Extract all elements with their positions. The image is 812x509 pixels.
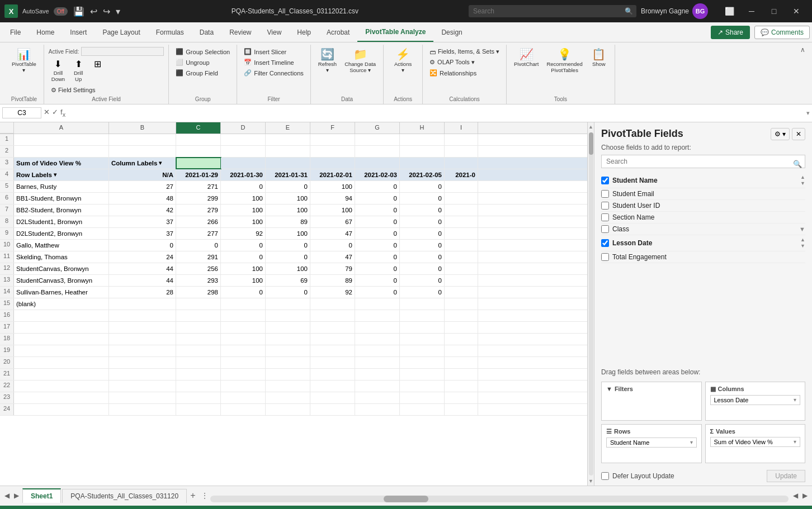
- cell-H1[interactable]: [400, 134, 445, 145]
- cell-A4[interactable]: Row Labels ▾: [14, 169, 109, 180]
- row-num-2[interactable]: 2: [0, 146, 14, 157]
- cell-I10[interactable]: [445, 240, 478, 251]
- cell-E5[interactable]: 0: [266, 181, 310, 192]
- olap-tools-btn[interactable]: ⚙ OLAP Tools ▾: [427, 58, 477, 67]
- cell-B4[interactable]: N/A: [109, 169, 176, 180]
- cell-F3[interactable]: [310, 158, 355, 169]
- cell-H7[interactable]: 0: [400, 204, 445, 216]
- expand-field-btn[interactable]: ⊞: [89, 58, 106, 84]
- cell-C7[interactable]: 279: [176, 204, 221, 216]
- formula-expand-icon[interactable]: ▾: [806, 110, 810, 117]
- cell-F9[interactable]: 47: [310, 228, 355, 239]
- tab-design[interactable]: Design: [433, 22, 470, 42]
- col-header-G[interactable]: G: [355, 122, 400, 134]
- cell-G3[interactable]: [355, 158, 400, 169]
- cell-B9[interactable]: 37: [109, 228, 176, 239]
- filter-connections-btn[interactable]: 🔗 Filter Connections: [242, 68, 306, 78]
- close-btn[interactable]: ✕: [785, 3, 808, 19]
- cell-A7[interactable]: BB2-Student, Bronwyn: [14, 204, 109, 216]
- row-num-10[interactable]: 10: [0, 240, 14, 251]
- cell-F13[interactable]: 89: [310, 275, 355, 286]
- cell-E10[interactable]: 0: [266, 240, 310, 251]
- cell-D10[interactable]: 0: [221, 240, 266, 251]
- cell-C11[interactable]: 291: [176, 251, 221, 263]
- pivot-search-input[interactable]: [601, 155, 805, 168]
- row-num-1[interactable]: 1: [0, 134, 14, 145]
- cell-G13[interactable]: 0: [355, 275, 400, 286]
- col-header-C[interactable]: C: [176, 122, 221, 134]
- cell-H3[interactable]: [400, 158, 445, 169]
- cell-C9[interactable]: 277: [176, 228, 221, 239]
- cell-F2[interactable]: [310, 146, 355, 157]
- cell-C5[interactable]: 271: [176, 181, 221, 192]
- pivot-area-filters[interactable]: ▼ Filters: [601, 382, 702, 421]
- cell-C14[interactable]: 298: [176, 287, 221, 298]
- row-num-5[interactable]: 5: [0, 181, 14, 192]
- tab-help[interactable]: Help: [289, 22, 319, 42]
- rows-field-dropdown[interactable]: ▾: [690, 439, 693, 445]
- scroll-up-btn[interactable]: ▲: [588, 122, 593, 131]
- cell-C15[interactable]: [176, 298, 221, 310]
- cell-G4[interactable]: 2021-02-03: [355, 169, 400, 180]
- cell-B14[interactable]: 28: [109, 287, 176, 298]
- cell-G14[interactable]: 0: [355, 287, 400, 298]
- refresh-btn[interactable]: 🔄 Refresh▾: [315, 47, 339, 75]
- cell-D8[interactable]: 100: [221, 216, 266, 227]
- cell-A8[interactable]: D2LStudent1, Bronwyn: [14, 216, 109, 227]
- row-num-14[interactable]: 14: [0, 287, 14, 298]
- customize-icon[interactable]: ▾: [115, 5, 121, 18]
- drill-down-btn[interactable]: ⬇ DrillDown: [49, 58, 68, 84]
- pivot-area-rows[interactable]: ☰ Rows Student Name ▾: [601, 424, 702, 463]
- pivotchart-btn[interactable]: 📈 PivotChart: [511, 47, 541, 69]
- cell-H15[interactable]: [400, 298, 445, 310]
- cell-I15[interactable]: [445, 298, 478, 310]
- cancel-formula-icon[interactable]: ✕: [44, 108, 50, 118]
- field-settings-btn[interactable]: ⚙ Field Settings: [49, 85, 98, 95]
- field-check-section-name[interactable]: [601, 213, 609, 221]
- cell-I11[interactable]: [445, 251, 478, 263]
- cell-D13[interactable]: 100: [221, 275, 266, 286]
- save-icon[interactable]: 💾: [72, 5, 86, 18]
- tab-review[interactable]: Review: [221, 22, 259, 42]
- cell-H2[interactable]: [400, 146, 445, 157]
- cell-F8[interactable]: 67: [310, 216, 355, 227]
- scroll-down-btn[interactable]: ▼: [588, 477, 593, 486]
- v-scroll-thumb[interactable]: [589, 132, 593, 155]
- cell-D3[interactable]: [221, 158, 266, 169]
- tab-nav-next-btn[interactable]: ▶: [12, 491, 21, 501]
- cell-C13[interactable]: 293: [176, 275, 221, 286]
- cell-D9[interactable]: 92: [221, 228, 266, 239]
- row-num-12[interactable]: 12: [0, 263, 14, 274]
- pivot-area-columns[interactable]: ▦ Columns Lesson Date ▾: [705, 382, 806, 421]
- cell-H13[interactable]: 0: [400, 275, 445, 286]
- cell-B10[interactable]: 0: [109, 240, 176, 251]
- cell-B2[interactable]: [109, 146, 176, 157]
- horizontal-scrollbar[interactable]: [210, 489, 789, 502]
- cell-H8[interactable]: 0: [400, 216, 445, 227]
- cell-B6[interactable]: 48: [109, 193, 176, 204]
- cell-A1[interactable]: [14, 134, 109, 145]
- field-check-student-name[interactable]: [601, 177, 609, 184]
- comments-button[interactable]: 💬 Comments: [754, 26, 810, 39]
- field-check-lesson-date[interactable]: [601, 239, 609, 247]
- row-num-4[interactable]: 4: [0, 169, 14, 180]
- cell-D5[interactable]: 0: [221, 181, 266, 192]
- sheet-tab-pqa[interactable]: PQA-Students_All_Classes_031120: [62, 489, 187, 503]
- cell-E1[interactable]: [266, 134, 310, 145]
- cell-I3[interactable]: [445, 158, 478, 169]
- tab-nav-prev-btn[interactable]: ◀: [2, 491, 12, 501]
- cell-A11[interactable]: Skelding, Thomas: [14, 251, 109, 263]
- cell-G9[interactable]: 0: [355, 228, 400, 239]
- avatar[interactable]: BG: [692, 3, 708, 19]
- cell-B1[interactable]: [109, 134, 176, 145]
- field-check-student-user-id[interactable]: [601, 202, 609, 210]
- cell-H10[interactable]: 0: [400, 240, 445, 251]
- cell-G2[interactable]: [355, 146, 400, 157]
- insert-timeline-btn[interactable]: 📅 Insert Timeline: [242, 58, 296, 67]
- cell-B3[interactable]: Column Labels ▾: [109, 158, 176, 169]
- group-selection-btn[interactable]: ⬛ Group Selection: [173, 47, 232, 56]
- pivot-area-values[interactable]: Σ Values Sum of Video View % ▾: [705, 424, 806, 463]
- undo-icon[interactable]: ↩: [89, 5, 98, 18]
- cell-E15[interactable]: [266, 298, 310, 310]
- pivot-close-btn[interactable]: ✕: [792, 128, 805, 140]
